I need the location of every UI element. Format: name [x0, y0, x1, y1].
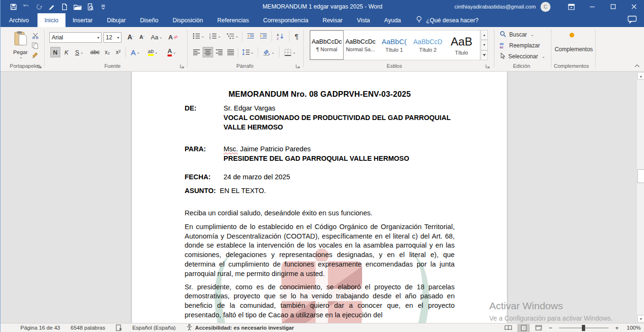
- scrollbar-thumb[interactable]: [637, 169, 644, 183]
- font-dialog-launcher-icon[interactable]: [180, 64, 186, 70]
- style-normal[interactable]: AaBbCcDc ¶ Normal: [310, 30, 344, 60]
- borders-button[interactable]: ⌄: [281, 47, 299, 57]
- customize-qat-icon[interactable]: [99, 2, 107, 11]
- tab-insertar[interactable]: Insertar: [65, 13, 100, 27]
- paste-button[interactable]: Pegar ⌄: [10, 31, 31, 62]
- select-button[interactable]: Seleccionar⌄: [500, 52, 545, 61]
- close-button[interactable]: [624, 0, 644, 13]
- zoom-out-button[interactable]: −: [548, 324, 553, 332]
- new-document-icon[interactable]: [60, 2, 69, 11]
- tab-inicio[interactable]: Inicio: [37, 13, 65, 27]
- decrease-indent-icon[interactable]: [244, 31, 257, 41]
- format-painter-icon[interactable]: [30, 51, 40, 60]
- zoom-level[interactable]: 100%: [623, 325, 641, 331]
- align-right-icon[interactable]: [214, 47, 224, 57]
- bold-button[interactable]: N: [50, 47, 60, 57]
- word-count[interactable]: 6548 palabras: [71, 325, 105, 331]
- italic-button[interactable]: K: [62, 47, 71, 57]
- open-folder-icon[interactable]: [73, 2, 82, 11]
- paragraph-dialog-launcher-icon[interactable]: [296, 64, 301, 70]
- style-preview: AaBbCcD: [413, 38, 442, 46]
- language-indicator[interactable]: Español (España): [132, 325, 176, 331]
- styles-dialog-launcher-icon[interactable]: [485, 64, 491, 70]
- addins-button[interactable]: Complementos: [552, 46, 595, 53]
- style-titulo[interactable]: AaB Título: [445, 30, 478, 60]
- scroll-up-icon[interactable]: ▲: [637, 72, 644, 80]
- zoom-slider[interactable]: [559, 328, 608, 328]
- increase-indent-icon[interactable]: [257, 31, 270, 41]
- ribbon-display-options-icon[interactable]: [561, 0, 582, 13]
- styles-scroll-down-icon[interactable]: ▼: [481, 40, 488, 50]
- accessibility-status[interactable]: Accesibilidad: es necesario investigar: [186, 324, 294, 332]
- subscript-button[interactable]: x₂: [102, 47, 112, 57]
- change-case-button[interactable]: Aa⌄: [149, 32, 164, 42]
- account-email[interactable]: cinthiayadirabastidas@gmail.com: [455, 4, 536, 9]
- document-page[interactable]: MEMORANDUM Nro. 08 GADPRVH-ENV-03-2025 D…: [132, 72, 507, 323]
- grow-font-button[interactable]: Aˆ: [125, 32, 136, 42]
- find-button[interactable]: Buscar⌄: [500, 30, 534, 39]
- style-titulo-1[interactable]: AaBbC( Título 1: [377, 30, 411, 60]
- styles-gallery-more-icon[interactable]: ▼: [481, 50, 488, 60]
- bullets-button[interactable]: ⌄: [191, 31, 205, 41]
- shrink-font-button[interactable]: Aˇ: [137, 32, 147, 42]
- text-effects-button[interactable]: A⌄: [128, 47, 143, 57]
- show-marks-button[interactable]: ¶: [291, 31, 302, 41]
- tab-revisar[interactable]: Revisar: [316, 13, 350, 27]
- undo-icon[interactable]: [22, 2, 30, 11]
- addins-icon[interactable]: [569, 33, 574, 37]
- style-titulo-2[interactable]: AaBbCcD Título 2: [411, 30, 445, 60]
- account-avatar[interactable]: C: [541, 2, 551, 12]
- font-name-combobox[interactable]: Arial▾: [49, 32, 102, 43]
- tab-vista[interactable]: Vista: [350, 13, 377, 27]
- styles-scroll-up-icon[interactable]: ▲: [481, 30, 488, 40]
- line-spacing-button[interactable]: ⌄: [240, 47, 256, 57]
- tab-dibujar[interactable]: Dibujar: [100, 13, 133, 27]
- style-sin-espaciado[interactable]: AaBbCcDc Normal Sa...: [344, 30, 377, 60]
- save-icon[interactable]: [9, 2, 18, 11]
- web-layout-icon[interactable]: [532, 324, 545, 332]
- sort-icon[interactable]: AZ: [274, 31, 287, 41]
- zoom-slider-thumb[interactable]: [582, 325, 585, 331]
- page-indicator[interactable]: Página 16 de 43: [20, 325, 60, 331]
- collapse-ribbon-icon[interactable]: [633, 62, 641, 69]
- tell-me-box[interactable]: ¿Qué desea hacer?: [408, 13, 479, 27]
- redo-icon[interactable]: [35, 2, 43, 11]
- justify-icon[interactable]: [225, 47, 236, 57]
- comments-icon[interactable]: [627, 15, 637, 26]
- zoom-in-button[interactable]: +: [614, 324, 620, 332]
- tab-disposicion[interactable]: Disposición: [166, 13, 210, 27]
- clear-formatting-button[interactable]: A: [168, 32, 179, 42]
- replace-button[interactable]: abac Reemplazar: [500, 41, 540, 50]
- tab-correspondencia[interactable]: Correspondencia: [256, 13, 315, 27]
- text-highlight-button[interactable]: ab⌄: [144, 47, 161, 57]
- document-content[interactable]: MEMORANDUM Nro. 08 GADPRVH-ENV-03-2025 D…: [132, 72, 507, 320]
- maximize-button[interactable]: [603, 0, 624, 13]
- multilevel-list-button[interactable]: ⌄: [224, 31, 241, 41]
- bold-label: N: [53, 49, 57, 56]
- numbering-button[interactable]: 123⌄: [207, 31, 223, 41]
- read-mode-icon[interactable]: [502, 324, 514, 332]
- superscript-button[interactable]: x²: [113, 47, 123, 57]
- scroll-down-icon[interactable]: ▼: [637, 315, 644, 323]
- ink-editor-icon[interactable]: [47, 2, 56, 11]
- shading-button[interactable]: ⌄: [260, 47, 277, 57]
- strikethrough-button[interactable]: abc: [88, 47, 102, 57]
- copy-icon[interactable]: [30, 41, 40, 50]
- tab-ayuda[interactable]: Ayuda: [377, 13, 408, 27]
- print-preview-icon[interactable]: [86, 2, 94, 11]
- font-color-button[interactable]: A⌄: [164, 47, 180, 57]
- underline-button[interactable]: S⌄: [72, 47, 86, 57]
- print-layout-icon[interactable]: [517, 324, 530, 332]
- clipboard-dialog-launcher-icon[interactable]: [37, 64, 43, 70]
- align-left-icon[interactable]: [191, 47, 202, 57]
- vertical-scrollbar[interactable]: ▲ ▼: [636, 72, 644, 323]
- proofing-errors-icon[interactable]: [116, 324, 122, 331]
- align-center-icon[interactable]: [203, 47, 213, 57]
- cut-icon[interactable]: [30, 31, 40, 40]
- tab-referencias[interactable]: Referencias: [210, 13, 256, 27]
- document-area: MEMORANDUM Nro. 08 GADPRVH-ENV-03-2025 D…: [0, 72, 644, 323]
- font-size-combobox[interactable]: 12▾: [103, 32, 121, 43]
- tab-archivo[interactable]: Archivo: [0, 13, 37, 27]
- minimize-button[interactable]: [582, 0, 603, 13]
- tab-diseno[interactable]: Diseño: [133, 13, 166, 27]
